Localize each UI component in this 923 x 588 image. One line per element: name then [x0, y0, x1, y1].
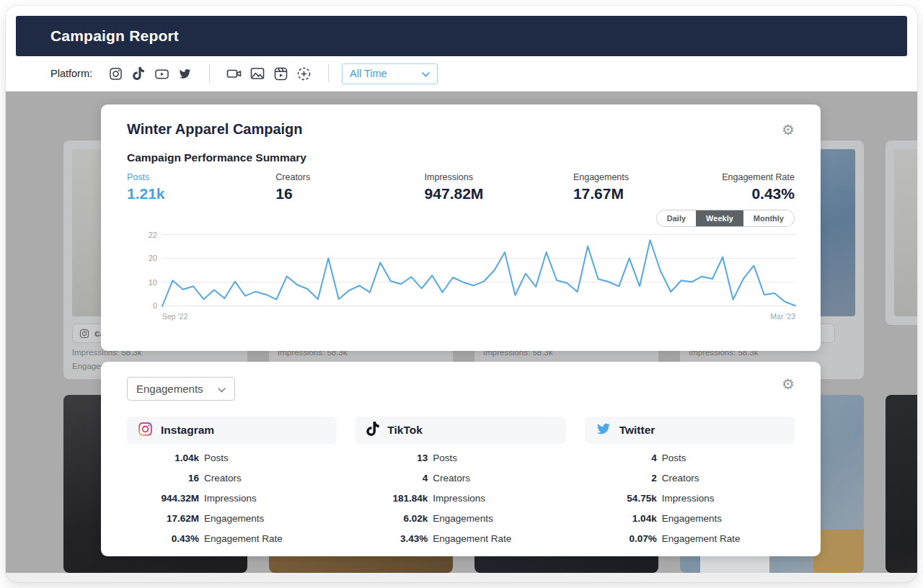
stat-value: 1.21k [127, 185, 192, 202]
platform-header: Twitter [585, 416, 795, 444]
stat-label: Engagements [573, 172, 638, 182]
toggle-weekly[interactable]: Weekly [696, 210, 743, 226]
tiktok-filter-button[interactable] [129, 64, 148, 83]
stat-label: Posts [662, 453, 686, 463]
reels-filter-button[interactable] [271, 64, 290, 83]
add-source-button[interactable] [294, 64, 313, 83]
settings-icon[interactable]: ⚙ [782, 122, 795, 137]
stat-value: 54.75k [585, 493, 657, 504]
toggle-monthly[interactable]: Monthly [743, 210, 794, 226]
stat-value: 947.82M [425, 185, 490, 202]
x-tick-start: Sep '22 [162, 312, 187, 321]
platform-name: Instagram [161, 424, 214, 437]
metric-select-value: Engagements [136, 383, 203, 395]
chevron-down-icon [218, 383, 226, 395]
y-tick: 0 [153, 301, 157, 310]
x-tick-end: Mar '23 [770, 312, 795, 321]
app-header: Campaign Report [16, 16, 907, 56]
chart-y-axis: 22 20 10 0 [127, 234, 157, 306]
campaign-title: Winter Apparel Campaign [127, 121, 303, 138]
granularity-toggle: Daily Weekly Monthly [656, 210, 795, 227]
platform-name: Twitter [619, 424, 655, 437]
stat-label: Posts [433, 453, 457, 463]
platform-header: TikTok [355, 416, 565, 444]
background-photo [886, 395, 917, 573]
video-icon [226, 67, 242, 80]
instagram-filter-button[interactable] [106, 64, 125, 83]
page-title: Campaign Report [16, 27, 179, 45]
y-tick: 22 [149, 231, 157, 239]
stat-value: 4 [355, 473, 428, 484]
stat-label: Impressions [204, 493, 257, 504]
reels-icon [274, 67, 288, 81]
stat-value: 13 [355, 453, 428, 463]
platform-stats: 13Posts 4Creators 181.84kImpressions 6.0… [355, 453, 565, 553]
stat-engagement-rate[interactable]: Engagement Rate 0.43% [722, 172, 795, 202]
image-icon [250, 67, 265, 80]
stat-impressions[interactable]: Impressions 947.82M [425, 172, 490, 202]
stat-posts[interactable]: Posts 1.21k [127, 172, 192, 202]
y-tick: 10 [149, 278, 157, 287]
time-range-value: All Time [350, 68, 387, 79]
stat-label: Engagement Rate [722, 172, 795, 182]
posts-line-chart: 22 20 10 0 [127, 234, 795, 329]
stat-value: 6.02k [355, 513, 428, 524]
instagram-icon [138, 422, 153, 440]
platform-header: Instagram [127, 416, 337, 444]
toggle-daily[interactable]: Daily [657, 210, 696, 226]
stat-label: Engagement Rate [662, 533, 741, 544]
next-row-strip [6, 573, 917, 582]
stat-label: Posts [127, 172, 192, 182]
platform-stats: 1.04kPosts 16Creators 944.32MImpressions… [127, 453, 337, 553]
chart-x-axis: Sep '22 Mar '23 [162, 312, 795, 321]
platform-breakdown-card: Engagements ⚙ [101, 362, 821, 556]
stat-label: Creators [662, 473, 699, 484]
platforms-row: Instagram 1.04kPosts 16Creators 944.32MI… [127, 416, 795, 553]
stat-value: 1.04k [585, 513, 657, 524]
platform-stats: 4Posts 2Creators 54.75kImpressions 1.04k… [585, 453, 795, 553]
stat-value: 0.07% [585, 533, 657, 544]
settings-icon[interactable]: ⚙ [782, 377, 795, 391]
twitter-icon [178, 68, 192, 80]
stat-value: 17.62M [127, 513, 199, 524]
platform-column-twitter: Twitter 4Posts 2Creators 54.75kImpressio… [585, 416, 795, 553]
stat-value: 3.43% [355, 533, 428, 544]
image-filter-button[interactable] [248, 64, 267, 83]
chart-plot-area [162, 234, 795, 306]
stat-creators[interactable]: Creators 16 [275, 172, 340, 202]
youtube-filter-button[interactable] [152, 64, 171, 83]
y-tick: 20 [149, 254, 157, 262]
chart-line [162, 240, 795, 306]
stat-value: 1.04k [127, 453, 199, 463]
app-window: Campaign Report Platform: [6, 6, 917, 582]
stat-label: Impressions [425, 172, 490, 182]
stat-value: 0.43% [722, 185, 795, 202]
stat-label: Creators [204, 473, 242, 484]
metric-select[interactable]: Engagements [127, 377, 235, 401]
stat-label: Posts [204, 453, 229, 463]
stat-value: 2 [585, 473, 657, 484]
stat-label: Engagements [204, 513, 264, 524]
platform-column-instagram: Instagram 1.04kPosts 16Creators 944.32MI… [127, 416, 337, 553]
stat-value: 17.67M [573, 185, 638, 202]
summary-stats-row: Posts 1.21k Creators 16 Impressions 947.… [127, 172, 795, 202]
instagram-icon [79, 329, 89, 339]
twitter-filter-button[interactable] [175, 64, 194, 83]
stat-value: 944.32M [127, 493, 199, 504]
platform-name: TikTok [387, 424, 423, 437]
stat-label: Engagements [433, 513, 493, 524]
stat-label: Engagement Rate [204, 533, 283, 544]
filter-toolbar: Platform: [6, 56, 917, 92]
report-content-area: car Impressions: 58.3k Engagements: Impr… [6, 92, 917, 582]
stat-label: Engagements [662, 513, 722, 524]
stat-value: 16 [127, 473, 199, 484]
stat-label: Impressions [662, 493, 715, 504]
toolbar-divider [209, 64, 210, 83]
video-filter-button[interactable] [225, 64, 244, 83]
background-post-card [886, 141, 917, 325]
time-range-select[interactable]: All Time [342, 63, 438, 84]
stat-label: Creators [275, 172, 340, 182]
stat-value: 0.43% [127, 533, 199, 544]
add-circle-dashed-icon [297, 67, 311, 81]
stat-engagements[interactable]: Engagements 17.67M [573, 172, 638, 202]
